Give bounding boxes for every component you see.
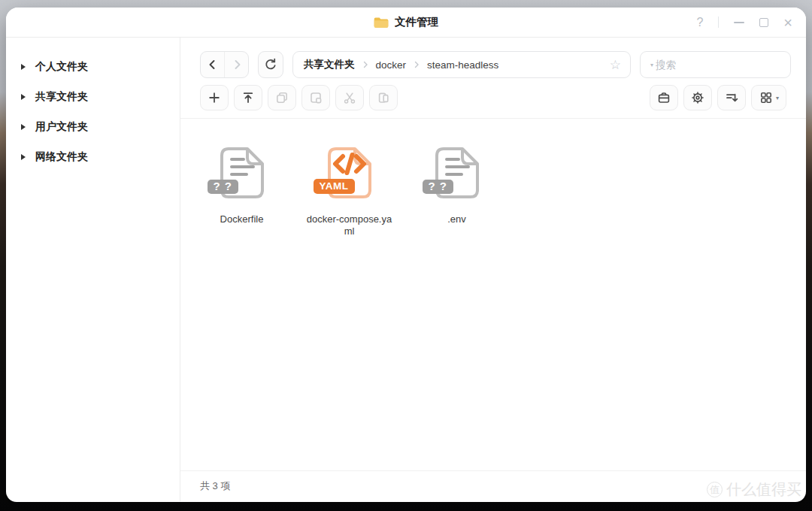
history-nav-group [200,51,249,78]
sidebar-item-personal-folders[interactable]: 个人文件夹 [6,52,180,82]
sidebar-item-network-folders[interactable]: 网络文件夹 [6,142,180,172]
file-name: docker-compose.yaml [305,213,394,237]
expand-caret-icon[interactable] [21,154,26,160]
new-button[interactable] [200,85,229,110]
watermark-badge: 值 [707,482,723,497]
favorite-star-icon[interactable]: ☆ [610,59,621,71]
gear-icon [690,90,705,105]
expand-caret-icon[interactable] [21,94,26,100]
yaml-file-icon: YAML [320,144,379,204]
watermark: 值 什么值得买 [707,479,801,500]
duplicate-button[interactable] [301,85,330,110]
main-area: 个人文件夹 共享文件夹 用户文件夹 网络文件夹 [6,38,806,501]
chevron-left-icon [210,61,214,68]
task-manager-icon [656,90,671,105]
titlebar: 文件管理 ? × [6,8,806,38]
new-icon [207,90,222,105]
toolbar-right-group: ▾ [650,85,786,110]
sort-icon [724,90,739,105]
duplicate-icon [308,90,323,105]
file-item-env[interactable]: ? ? .env [403,144,511,470]
sidebar: 个人文件夹 共享文件夹 用户文件夹 网络文件夹 [6,38,180,501]
sidebar-item-shared-folders[interactable]: 共享文件夹 [6,82,180,112]
file-type-badge: YAML [314,179,355,194]
sidebar-item-label: 网络文件夹 [35,150,88,164]
toolbar: ▾ [180,78,806,119]
upload-icon [241,90,256,105]
breadcrumb-steam-headless[interactable]: steam-headless [427,59,498,71]
copy-icon [274,90,289,105]
page-title: 文件管理 [395,15,438,29]
paste-button[interactable] [369,85,398,110]
back-button[interactable] [201,52,224,77]
file-name: .env [413,213,501,225]
file-item-dockerfile[interactable]: ? ? Dockerfile [188,144,295,470]
chevron-right-icon [235,61,239,68]
generic-file-icon: ? ? [213,144,271,204]
file-manager-window: 文件管理 ? × 个人文件夹 共享文件夹 用户文件夹 [6,8,806,502]
forward-button[interactable] [224,52,248,77]
cut-icon [342,90,357,105]
help-icon[interactable]: ? [696,16,703,29]
view-mode-caret-icon: ▾ [776,95,779,101]
search-scope-caret-icon[interactable]: ▾ [650,62,653,68]
expand-caret-icon[interactable] [21,64,26,70]
task-manager-button[interactable] [650,85,678,110]
view-grid-icon [759,90,774,105]
search-box: ▾ [640,51,791,78]
expand-caret-icon[interactable] [21,124,26,130]
generic-file-icon: ? ? [428,144,486,204]
search-input[interactable] [656,59,789,71]
breadcrumb: 共享文件夹 docker steam-headless ☆ [292,51,631,78]
refresh-icon [263,57,278,72]
settings-button[interactable] [683,85,712,110]
upload-button[interactable] [234,85,262,110]
window-controls: ? × [696,8,792,37]
file-item-docker-compose[interactable]: YAML docker-compose.yaml [295,144,403,470]
navigation-row: 共享文件夹 docker steam-headless ☆ [180,38,806,78]
file-type-badge: ? ? [208,180,239,194]
cut-button[interactable] [335,85,364,110]
controls-divider [718,17,719,28]
chevron-right-icon [362,61,369,68]
file-grid: ? ? Dockerfile [180,119,806,470]
view-mode-button[interactable]: ▾ [751,85,786,110]
sidebar-item-user-folders[interactable]: 用户文件夹 [6,112,180,142]
sidebar-item-label: 个人文件夹 [35,60,88,74]
close-icon[interactable]: × [783,15,792,30]
toolbar-left-group [200,85,398,110]
copy-button[interactable] [268,85,296,110]
maximize-icon[interactable] [759,18,768,27]
refresh-button[interactable] [258,51,283,78]
titlebar-title-group: 文件管理 [6,8,806,37]
paste-icon [376,90,391,105]
file-type-badge: ? ? [423,180,454,194]
sidebar-item-label: 共享文件夹 [35,90,88,104]
item-count: 共 3 项 [200,479,230,493]
minimize-icon[interactable] [734,22,744,23]
folder-icon [374,16,389,29]
breadcrumb-docker[interactable]: docker [376,59,407,71]
content-pane: 共享文件夹 docker steam-headless ☆ [180,38,806,501]
sort-button[interactable] [717,85,746,110]
chevron-right-icon [413,61,420,68]
breadcrumb-shared-folders[interactable]: 共享文件夹 [304,58,355,71]
sidebar-item-label: 用户文件夹 [35,120,88,134]
file-name: Dockerfile [198,213,286,225]
watermark-text: 什么值得买 [726,479,801,500]
